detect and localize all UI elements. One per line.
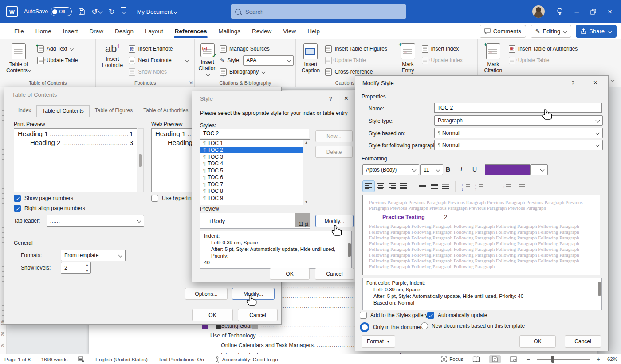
tab-layout[interactable]: Layout	[140, 25, 169, 38]
accessibility-status[interactable]: Accessibility: Good to go	[215, 356, 278, 363]
update-table-captions-button[interactable]: ! Update Table	[325, 56, 387, 65]
autosave-toggle[interactable]: AutoSave Off	[24, 7, 72, 16]
redo-icon[interactable]: ↻	[108, 8, 114, 16]
proofing-errors-icon[interactable]	[78, 356, 85, 362]
only-doc-row[interactable]: Only in this document	[360, 322, 424, 332]
mark-citation-button[interactable]: + – Mark Citation	[481, 42, 505, 78]
insert-citation-button[interactable]: (–) ✓ Insert Citation	[198, 42, 216, 78]
zoom-in-button[interactable]: +	[597, 356, 600, 363]
restore-button[interactable]	[590, 9, 596, 15]
underline-button[interactable]: U	[469, 164, 480, 175]
collapse-ribbon-icon[interactable]	[610, 76, 617, 82]
list-item[interactable]: ¶TOC 6	[200, 174, 310, 181]
zoom-out-button[interactable]: −	[527, 356, 530, 363]
modify-cancel-button[interactable]: Cancel	[565, 335, 601, 348]
show-levels-spinner[interactable]: 2 ▲ ▼	[61, 262, 91, 274]
language-indicator[interactable]: English (United States)	[95, 357, 148, 362]
list-item[interactable]: ¶TOC 9	[200, 195, 310, 202]
show-notes-button[interactable]: Show Notes	[129, 67, 188, 76]
style-name-input[interactable]	[200, 129, 309, 138]
align-left-button[interactable]	[362, 180, 375, 192]
align-center-button[interactable]	[375, 181, 386, 192]
show-page-numbers-row[interactable]: Show page numbers	[14, 195, 73, 202]
font-color-swatch[interactable]	[485, 164, 530, 175]
close-button[interactable]: ×	[608, 8, 612, 16]
delete-style-button[interactable]: Delete	[315, 146, 353, 158]
tab-index[interactable]: Index	[13, 105, 36, 117]
focus-mode-button[interactable]: Focus	[441, 356, 463, 362]
document-title[interactable]: My Document	[137, 8, 177, 15]
tab-table-of-figures[interactable]: Table of Figures	[90, 105, 138, 117]
following-paragraph-select[interactable]: ¶Normal	[434, 140, 603, 150]
tab-home[interactable]: Home	[30, 25, 57, 38]
description-scroll-thumb[interactable]	[598, 282, 601, 296]
bold-button[interactable]: B	[442, 164, 454, 175]
search-input[interactable]	[244, 8, 379, 16]
list-item[interactable]: ¶TOC 3	[200, 153, 310, 160]
spinner-up-icon[interactable]: ▲	[86, 263, 89, 266]
tab-table-of-contents[interactable]: Table of Contents	[36, 105, 89, 117]
toc-cancel-button[interactable]: Cancel	[238, 309, 278, 321]
help-icon[interactable]: ?	[329, 95, 332, 102]
comments-button[interactable]: Comments	[480, 25, 526, 38]
web-layout-button[interactable]	[508, 355, 519, 363]
spinner-down-icon[interactable]: ▼	[86, 269, 89, 272]
use-hyperlinks-checkbox[interactable]	[151, 195, 158, 202]
align-right-button[interactable]	[386, 181, 398, 192]
tab-insert[interactable]: Insert	[58, 25, 83, 38]
style-ok-button[interactable]: OK	[270, 268, 310, 280]
quick-access-more-icon[interactable]	[121, 7, 126, 16]
description-scroll-thumb[interactable]	[348, 243, 351, 257]
read-mode-button[interactable]	[471, 355, 482, 363]
list-item[interactable]: ¶TOC 8	[200, 188, 310, 195]
zoom-slider-thumb[interactable]	[551, 356, 554, 363]
tab-leader-select[interactable]: ......	[47, 215, 144, 227]
table-of-contents-button[interactable]: Table of Contents	[4, 42, 34, 78]
user-avatar[interactable]	[532, 5, 545, 18]
insert-index-button[interactable]: Insert Index	[422, 44, 463, 53]
citation-style-select[interactable]: APA	[243, 55, 294, 66]
font-size-select[interactable]: 11	[420, 164, 443, 175]
italic-button[interactable]: I	[456, 164, 467, 175]
bibliography-button[interactable]: → Bibliography	[220, 67, 294, 76]
increase-paragraph-space-button[interactable]: ↑↓	[459, 181, 472, 192]
style-type-select[interactable]: Paragraph	[434, 115, 603, 126]
update-table-toa-button[interactable]: ! Update Table	[509, 56, 578, 65]
zoom-slider[interactable]	[537, 359, 590, 360]
format-menu-button[interactable]: Format▼	[362, 335, 395, 348]
right-align-row[interactable]: Right align page numbers	[14, 205, 85, 212]
show-page-numbers-checkbox[interactable]	[14, 195, 21, 202]
manage-sources-button[interactable]: Manage Sources	[220, 44, 294, 53]
insert-footnote-button[interactable]: ab1 Insert Footnote	[99, 42, 125, 78]
increase-indent-button[interactable]: →	[514, 181, 527, 192]
decrease-indent-button[interactable]: ←	[500, 181, 514, 192]
new-style-button[interactable]: New...	[315, 130, 353, 142]
tab-references[interactable]: References	[169, 25, 212, 38]
minimize-button[interactable]: –	[575, 8, 579, 16]
auto-update-row[interactable]: Automatically update	[427, 312, 487, 319]
save-icon[interactable]	[78, 8, 85, 15]
decrease-paragraph-space-button[interactable]: ↓↑	[472, 181, 486, 192]
list-item[interactable]: ¶TOC 4	[200, 160, 310, 168]
mark-entry-button[interactable]: + – Mark Entry	[398, 42, 418, 78]
list-scrollbar[interactable]: ▲▼	[303, 140, 310, 205]
new-docs-row[interactable]: New documents based on this template	[421, 322, 525, 329]
share-button[interactable]: Share	[576, 25, 617, 38]
style-cancel-button[interactable]: Cancel	[315, 268, 354, 280]
zoom-level[interactable]: 62%	[607, 356, 617, 362]
tab-table-of-authorities[interactable]: Table of Authorities	[138, 105, 193, 117]
tab-design[interactable]: Design	[110, 25, 139, 38]
editing-mode-button[interactable]: ✎ Editing	[531, 25, 572, 38]
based-on-select[interactable]: ¶Normal	[434, 128, 603, 138]
update-index-button[interactable]: ! Update Index	[422, 56, 463, 65]
list-item[interactable]: ¶TOC 1	[200, 140, 310, 147]
font-family-select[interactable]: Aptos (Body)	[362, 164, 419, 175]
cross-reference-button[interactable]: – Cross-reference	[325, 67, 387, 76]
styles-list[interactable]: ¶TOC 1 ¶TOC 2 ¶TOC 3 ¶TOC 4 ¶TOC 5 ¶TOC …	[200, 139, 310, 205]
print-layout-button[interactable]	[489, 355, 501, 363]
add-gallery-row[interactable]: Add to the Styles gallery	[360, 312, 428, 319]
style-name-field[interactable]	[434, 103, 602, 113]
single-spacing-button[interactable]	[417, 181, 428, 192]
tab-help[interactable]: Help	[302, 25, 325, 38]
only-this-document-radio[interactable]	[360, 322, 369, 332]
